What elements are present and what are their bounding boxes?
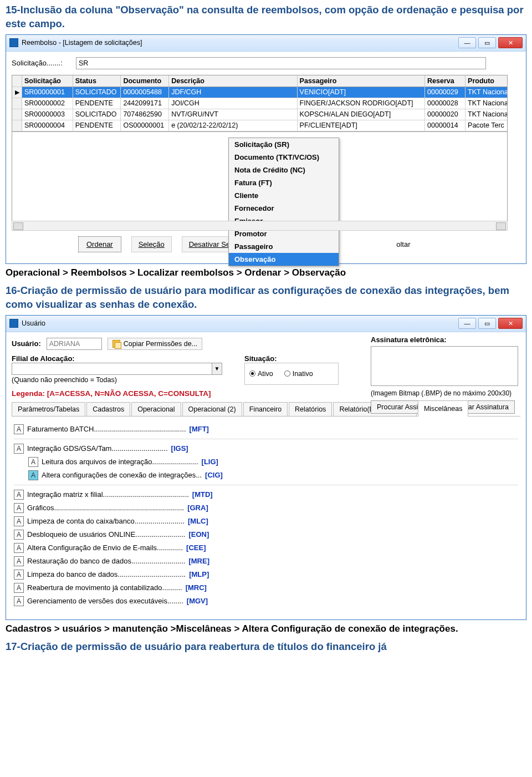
permission-row[interactable]: AAltera configurações de conexão de inte… (28, 470, 518, 480)
perm-text: Faturamento BATCH.......................… (27, 425, 186, 433)
permission-row[interactable]: AIntegração GDS/GSA/Tam.................… (14, 444, 518, 454)
menu-item[interactable]: Passageiro (229, 240, 339, 253)
assinatura-label: Assinatura eletrônica: (371, 336, 518, 344)
perm-flag[interactable]: A (14, 490, 24, 500)
perm-flag[interactable]: A (14, 596, 24, 606)
menu-item[interactable]: Nota de Crédito (NC) (229, 164, 339, 176)
chevron-down-icon[interactable]: ▼ (212, 363, 222, 374)
perm-code: [CIG] (205, 471, 223, 479)
perm-text: Integração matriz x filial..............… (27, 490, 189, 499)
perm-code: [MTD] (192, 490, 213, 499)
filial-combo[interactable]: ▼ (12, 363, 222, 375)
col-descricao[interactable]: Descrição (169, 75, 297, 87)
perm-code: [LIG] (202, 458, 218, 466)
permission-row[interactable]: AIntegração matriz x filial.............… (14, 490, 518, 500)
tab[interactable]: Relatórios (289, 402, 332, 416)
perm-flag[interactable]: A (14, 530, 24, 540)
rowmark: ▶ (12, 87, 22, 98)
ordenar-button[interactable]: Ordenar (78, 236, 121, 252)
voltar-partial[interactable]: oltar (396, 240, 410, 248)
rowmark (12, 109, 22, 120)
usuario-label: Usuário: (12, 339, 41, 348)
ordenar-context-menu[interactable]: Solicitação (SR)Documento (TKT/VC/OS)Not… (228, 138, 339, 266)
titlebar: Reembolso - [Listagem de solicitações] —… (6, 35, 526, 52)
menu-item[interactable]: Fatura (FT) (229, 176, 339, 189)
close-button[interactable]: ✕ (498, 37, 523, 48)
ativo-radio[interactable]: Ativo (249, 370, 273, 378)
perm-text: Gerenciamento de versões dos executáveis… (27, 597, 183, 605)
perm-flag[interactable]: A (14, 556, 24, 566)
perm-text: Altera Configuração de Envio de E-mails.… (27, 544, 183, 552)
perm-flag[interactable]: A (28, 470, 38, 480)
perm-flag[interactable]: A (28, 457, 38, 467)
permission-row[interactable]: ALimpeza do banco de dados..............… (14, 570, 518, 580)
table-row[interactable]: SR00000004PENDENTEOS00000001e (20/02/12-… (12, 120, 507, 131)
permission-row[interactable]: AGerenciamento de versões dos executávei… (14, 596, 518, 606)
perm-text: Reabertura de movimento já contabilizado… (27, 583, 182, 592)
perm-flag[interactable]: A (14, 424, 24, 434)
perm-code: [MLP] (189, 570, 209, 578)
perm-code: [GRA] (187, 504, 208, 512)
reembolso-grid[interactable]: Solicitação Status Documento Descrição P… (12, 75, 508, 132)
usuario-input[interactable] (47, 338, 102, 350)
permission-row[interactable]: ARestauração do banco de dados..........… (14, 556, 518, 566)
perm-flag[interactable]: A (14, 516, 24, 526)
perm-text: Limpeza do banco de dados...............… (27, 570, 186, 578)
perm-flag[interactable]: A (14, 570, 24, 580)
solicitacao-input[interactable] (76, 57, 486, 69)
col-produto[interactable]: Produto (466, 75, 507, 87)
horizontal-scrollbar[interactable] (12, 221, 508, 231)
perm-flag[interactable]: A (14, 583, 24, 593)
copiar-permissoes-button[interactable]: Copiar Permissões de... (108, 338, 202, 350)
permission-row[interactable]: ALimpeza de conta do caixa/banco........… (14, 516, 518, 526)
minimize-button[interactable]: — (458, 318, 476, 329)
col-status[interactable]: Status (73, 75, 121, 87)
menu-item[interactable]: Solicitação (SR) (229, 138, 339, 151)
menu-item[interactable]: Observação (229, 253, 339, 266)
perm-code: [EON] (188, 530, 209, 539)
tab[interactable]: Miscelâneas (418, 400, 468, 417)
permission-row[interactable]: ADesbloqueio de usuários ONLINE.........… (14, 530, 518, 540)
inativo-radio[interactable]: Inativo (284, 370, 313, 378)
perm-code: [IGS] (171, 444, 188, 453)
tab[interactable]: Parâmetros/Tabelas (12, 402, 85, 416)
table-row[interactable]: ▶SR00000001SOLICITADO0000005488JDF/CGHVE… (12, 87, 507, 98)
menu-item[interactable]: Fornecedor (229, 202, 339, 215)
tab[interactable]: Operacional (131, 402, 181, 416)
situacao-group: Ativo Inativo (244, 363, 339, 385)
minimize-button[interactable]: — (458, 37, 476, 48)
col-passageiro[interactable]: Passageiro (298, 75, 425, 87)
selecao-button[interactable]: Seleção (131, 236, 172, 252)
bmp-note: (Imagem Bitmap (.BMP) de no máximo 200x3… (371, 389, 518, 397)
permission-row[interactable]: AAltera Configuração de Envio de E-mails… (14, 543, 518, 553)
perm-flag[interactable]: A (14, 543, 24, 553)
permission-row[interactable]: AReabertura de movimento já contabilizad… (14, 583, 518, 593)
tab[interactable]: Operacional (2) (182, 402, 242, 416)
col-reserva[interactable]: Reserva (425, 75, 466, 87)
menu-item[interactable]: Cliente (229, 189, 339, 202)
perm-flag[interactable]: A (14, 503, 24, 513)
copy-icon (112, 340, 120, 348)
perm-text: Restauração do banco de dados...........… (27, 557, 185, 565)
permission-row[interactable]: ALeitura dos arquivos de integração.....… (28, 457, 518, 467)
permission-row[interactable]: AFaturamento BATCH......................… (14, 424, 518, 434)
perm-text: Altera configurações de conexão de integ… (42, 471, 202, 479)
table-row[interactable]: SR00000002PENDENTE2442099171JOI/CGHFINGE… (12, 98, 507, 109)
quando-note: (Quando não preenchido = Todas) (12, 376, 222, 384)
menu-item[interactable]: Documento (TKT/VC/OS) (229, 151, 339, 164)
tab[interactable]: Financeiro (243, 402, 288, 416)
tab[interactable]: Cadastros (86, 402, 130, 416)
app-icon (9, 319, 18, 328)
table-row[interactable]: SR00000003SOLICITADO7074862590NVT/GRU/NV… (12, 109, 507, 120)
col-documento[interactable]: Documento (121, 75, 169, 87)
usuario-window-title: Usuário (22, 319, 45, 327)
rowmark-header (12, 75, 22, 87)
perm-flag[interactable]: A (14, 444, 24, 454)
col-solicitacao[interactable]: Solicitação (22, 75, 73, 87)
maximize-button[interactable]: ▭ (478, 318, 496, 329)
perm-text: Leitura dos arquivos de integração......… (42, 458, 198, 466)
close-button[interactable]: ✕ (498, 318, 523, 329)
maximize-button[interactable]: ▭ (478, 37, 496, 48)
perm-text: Limpeza de conta do caixa/banco.........… (27, 517, 185, 525)
permission-row[interactable]: AGráficos...............................… (14, 503, 518, 513)
